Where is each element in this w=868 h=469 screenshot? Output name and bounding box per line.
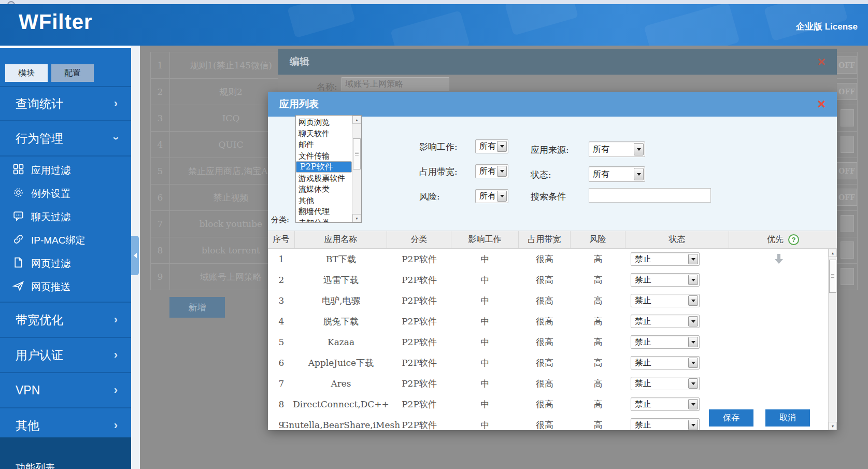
- scroll-up-button[interactable]: ▲: [352, 116, 361, 124]
- category-listbox[interactable]: 网页浏览聊天软件邮件文件传输P2P软件游戏股票软件流媒体类其他翻墙代理未知分类 …: [295, 115, 362, 223]
- app-status-select[interactable]: 禁止: [631, 418, 700, 430]
- category-option-游戏股票软件[interactable]: 游戏股票软件: [296, 173, 352, 184]
- listbox-scrollbar[interactable]: ▲ ▼: [352, 116, 361, 222]
- category-option-邮件[interactable]: 邮件: [296, 139, 352, 150]
- scroll-down-button[interactable]: ▼: [829, 422, 837, 430]
- column-header-label: 分类: [411, 234, 428, 245]
- license-link[interactable]: 企业版 License: [796, 21, 858, 33]
- app-name: Ares: [295, 378, 387, 389]
- app-dialog-close-icon[interactable]: ×: [817, 97, 826, 111]
- app-status-cell: 禁止: [625, 335, 729, 349]
- sidebar-item-function-list[interactable]: 功能列表: [0, 437, 131, 469]
- scrollbar-thumb[interactable]: [353, 138, 361, 169]
- scroll-down-button[interactable]: ▼: [352, 214, 361, 222]
- sidebar-tab-模块[interactable]: 模块: [5, 64, 48, 82]
- category-option-网页浏览[interactable]: 网页浏览: [296, 117, 352, 128]
- dropdown-arrow-icon[interactable]: [688, 275, 698, 285]
- dropdown-arrow-icon[interactable]: [688, 399, 698, 409]
- risk-filter-select[interactable]: 所有: [475, 189, 508, 203]
- sidebar-item-网页推送[interactable]: 网页推送: [0, 275, 131, 299]
- app-risk: 高: [571, 419, 625, 431]
- dropdown-arrow-icon[interactable]: [634, 143, 644, 155]
- app-impact: 中: [451, 274, 519, 286]
- dropdown-arrow-icon[interactable]: [688, 295, 698, 306]
- risk-filter-value: 所有: [479, 191, 496, 202]
- app-status-select[interactable]: 禁止: [631, 335, 700, 349]
- app-priority-cell: [729, 254, 828, 264]
- rule-number: 8: [151, 237, 170, 263]
- sidebar-group-用户认证[interactable]: 用户认证›: [0, 338, 131, 373]
- category-option-文件传输[interactable]: 文件传输: [296, 150, 352, 162]
- dropdown-arrow-icon[interactable]: [497, 141, 507, 152]
- table-scrollbar[interactable]: ▲ ▼: [828, 249, 837, 430]
- dropdown-arrow-icon[interactable]: [688, 254, 698, 264]
- category-option-P2P软件[interactable]: P2P软件: [296, 161, 352, 173]
- application-table: 序号应用名称分类影响工作占用带宽风险状态优先? 1BT下载P2P软件中很高高禁止…: [268, 231, 837, 430]
- rule-number: 7: [151, 211, 170, 237]
- app-status-select[interactable]: 禁止: [631, 294, 700, 307]
- source-filter-select[interactable]: 所有: [589, 141, 645, 157]
- application-row: 7AresP2P软件中很高高禁止: [268, 373, 828, 394]
- sidebar-item-聊天过滤[interactable]: 聊天过滤: [0, 205, 131, 229]
- sidebar-item-IP-MAC绑定[interactable]: IP-MAC绑定: [0, 229, 131, 252]
- category-option-聊天软件[interactable]: 聊天软件: [296, 128, 352, 139]
- sidebar-group-带宽优化[interactable]: 带宽优化›: [0, 303, 131, 338]
- app-risk: 高: [571, 378, 625, 390]
- dropdown-arrow-icon[interactable]: [634, 168, 644, 180]
- scrollbar-thumb[interactable]: [829, 260, 836, 293]
- app-name: 电驴,电骡: [295, 295, 387, 307]
- sidebar-item-网页过滤[interactable]: 网页过滤: [0, 252, 131, 275]
- sidebar-item-label: 网页过滤: [31, 257, 70, 271]
- column-header-序号: 序号: [268, 231, 295, 248]
- scroll-up-button[interactable]: ▲: [829, 249, 837, 257]
- sidebar-group-查询统计[interactable]: 查询统计›: [0, 86, 131, 121]
- sidebar-item-例外设置[interactable]: 例外设置: [0, 182, 131, 205]
- category-option-未知分类[interactable]: 未知分类: [296, 217, 352, 223]
- dropdown-arrow-icon[interactable]: [688, 358, 698, 368]
- sidebar-submenu: 应用过滤例外设置聊天过滤IP-MAC绑定网页过滤网页推送: [0, 157, 131, 303]
- sidebar-group-VPN[interactable]: VPN›: [0, 373, 131, 408]
- bandwidth-filter-value: 所有: [479, 166, 496, 177]
- dropdown-arrow-icon[interactable]: [688, 378, 698, 389]
- app-status-select[interactable]: 禁止: [631, 377, 700, 390]
- sidebar-group-label: 查询统计: [16, 96, 63, 112]
- rule-number: 9: [151, 264, 170, 290]
- application-row: 3电驴,电骡P2P软件中很高高禁止: [268, 290, 828, 311]
- cancel-button[interactable]: 取消: [765, 409, 810, 427]
- category-option-其他[interactable]: 其他: [296, 195, 352, 206]
- sidebar-collapse-handle[interactable]: [131, 236, 139, 275]
- sidebar-item-label: IP-MAC绑定: [31, 234, 86, 247]
- rule-toggle-button: [841, 268, 854, 285]
- app-status-select[interactable]: 禁止: [631, 397, 700, 411]
- sidebar-group-行为管理[interactable]: 行为管理›: [0, 121, 131, 157]
- dropdown-arrow-icon[interactable]: [497, 191, 507, 202]
- search-input[interactable]: [589, 188, 711, 203]
- sidebar-item-应用过滤[interactable]: 应用过滤: [0, 159, 131, 182]
- impact-filter-value: 所有: [479, 141, 496, 152]
- app-status-select[interactable]: 禁止: [631, 273, 700, 287]
- app-category: P2P软件: [387, 253, 451, 265]
- category-option-翻墙代理[interactable]: 翻墙代理: [296, 206, 352, 217]
- status-filter-select[interactable]: 所有: [589, 166, 645, 182]
- app-status-select[interactable]: 禁止: [631, 315, 700, 328]
- dropdown-arrow-icon[interactable]: [688, 316, 698, 326]
- dropdown-arrow-icon[interactable]: [688, 337, 698, 347]
- impact-filter-select[interactable]: 所有: [475, 139, 508, 153]
- sidebar-tab-配置[interactable]: 配置: [51, 64, 94, 82]
- app-category: P2P软件: [387, 274, 451, 286]
- sidebar-item-label: 网页推送: [31, 280, 70, 294]
- app-status-select[interactable]: 禁止: [631, 252, 700, 266]
- bandwidth-filter-select[interactable]: 所有: [475, 164, 508, 178]
- help-icon[interactable]: ?: [788, 234, 799, 245]
- edit-dialog-close-icon: ×: [818, 55, 826, 68]
- sidebar-group-label: 用户认证: [16, 347, 63, 363]
- application-row: 4脱兔下载P2P软件中很高高禁止: [268, 311, 828, 332]
- dropdown-arrow-icon[interactable]: [497, 166, 507, 177]
- category-option-流媒体类[interactable]: 流媒体类: [296, 183, 352, 195]
- add-rule-button: 新增: [169, 297, 225, 318]
- save-button[interactable]: 保存: [709, 409, 753, 427]
- app-status-cell: 禁止: [625, 252, 729, 266]
- app-status-select[interactable]: 禁止: [631, 356, 700, 369]
- dropdown-arrow-icon[interactable]: [688, 420, 698, 430]
- priority-down-arrow-icon[interactable]: [775, 254, 783, 264]
